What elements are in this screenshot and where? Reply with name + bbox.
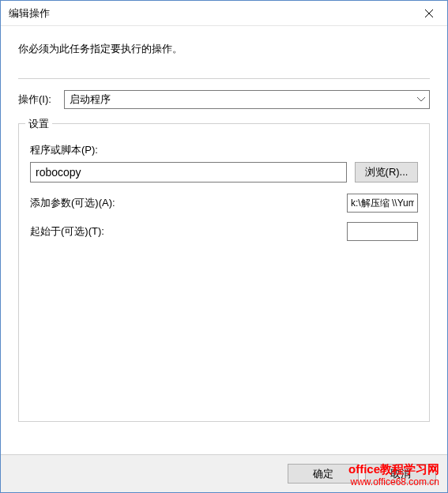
dialog-window: 编辑操作 你必须为此任务指定要执行的操作。 操作(I): 启动程序 设置 [0,0,448,493]
startin-label: 起始于(可选)(T): [30,224,347,239]
dialog-body: 你必须为此任务指定要执行的操作。 操作(I): 启动程序 设置 程序或脚本(P)… [1,26,447,422]
settings-content: 程序或脚本(P): 浏览(R)... 添加参数(可选)(A): 起始于(可选)(… [30,143,418,241]
chevron-down-icon [414,92,428,107]
action-select-wrap: 启动程序 [64,90,430,109]
dialog-footer: 确定 取消 [1,454,447,492]
script-row: 浏览(R)... [30,162,418,183]
action-label: 操作(I): [18,92,64,107]
args-label: 添加参数(可选)(A): [30,196,347,210]
settings-legend: 设置 [25,117,52,131]
close-icon [425,9,433,17]
action-selected-value: 启动程序 [70,92,111,107]
args-input[interactable] [347,194,418,213]
divider [18,78,430,79]
action-select[interactable]: 启动程序 [64,90,430,109]
instruction-text: 你必须为此任务指定要执行的操作。 [18,42,430,56]
args-row: 添加参数(可选)(A): [30,194,418,213]
cancel-button[interactable]: 取消 [365,464,436,484]
action-row: 操作(I): 启动程序 [18,90,430,109]
ok-button[interactable]: 确定 [288,464,359,484]
browse-button[interactable]: 浏览(R)... [355,162,418,183]
titlebar: 编辑操作 [1,1,447,26]
settings-fieldset: 设置 程序或脚本(P): 浏览(R)... 添加参数(可选)(A): 起始于(可… [18,123,430,422]
script-input[interactable] [30,162,347,183]
startin-row: 起始于(可选)(T): [30,222,418,241]
startin-input[interactable] [347,222,418,241]
window-title: 编辑操作 [9,6,411,21]
script-label: 程序或脚本(P): [30,143,418,157]
close-button[interactable] [411,1,447,26]
